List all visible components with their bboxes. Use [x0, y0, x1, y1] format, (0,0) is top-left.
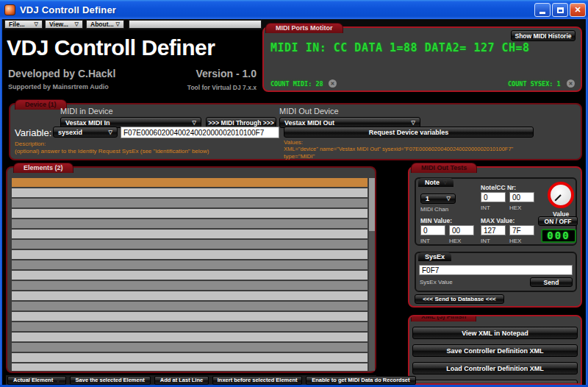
midi-lcd-readout: MIDI IN: CC DATA 1=88 DATA2= 127 CH=8 [270, 41, 530, 54]
clear-sysex-count-icon[interactable]: ✕ [567, 79, 575, 88]
minimize-icon [539, 12, 545, 14]
send-to-database-button[interactable]: <<< Send to Database <<< [415, 294, 504, 304]
list-item[interactable] [12, 333, 368, 341]
close-icon: ✕ [574, 5, 581, 15]
sysex-send-button[interactable]: Send [530, 277, 573, 287]
midi-chan-select[interactable]: 1 ▽ [420, 194, 456, 204]
list-item[interactable] [12, 260, 368, 269]
menu-file-label: File... [9, 21, 25, 28]
chevron-down-icon: ▽ [193, 120, 196, 126]
titlebar: VDJ Controll Definer ✕ [0, 0, 588, 19]
note-mode-value: Note [425, 179, 440, 186]
elements-list [12, 178, 368, 371]
chevron-down-icon: ▽ [447, 196, 451, 202]
list-item[interactable] [12, 281, 368, 290]
variable-select[interactable]: sysexid ▽ [53, 127, 118, 138]
elements-tab: Elements (2) [13, 163, 74, 173]
maximize-icon [557, 7, 564, 13]
sysex-box-tab: SysEx [418, 252, 451, 261]
window-title: VDJ Controll Definer [20, 4, 116, 15]
list-item[interactable] [12, 250, 368, 259]
midi-out-device-label: MIDI Out Device [279, 107, 339, 116]
save-selected-element-button[interactable]: Save the selected Element [70, 376, 151, 385]
max-int-input[interactable] [481, 225, 506, 235]
elements-scrollbar[interactable] [369, 178, 375, 371]
min-hex-input[interactable] [449, 225, 474, 235]
actual-element-label: Actual Element [13, 377, 53, 383]
developer-credit: Developed by C.Hackl [8, 68, 115, 79]
list-item[interactable] [12, 302, 368, 310]
scrollbar-thumb[interactable] [369, 178, 375, 231]
variable-value: sysexid [58, 129, 82, 136]
midi-chan-label: MIDI Chan [420, 206, 448, 213]
list-item[interactable] [12, 343, 368, 352]
load-xml-button[interactable]: Load Controller Definition XML [412, 362, 578, 374]
version-label: Version - 1.0 [196, 68, 257, 79]
max-value-label: MAX Value: [481, 217, 514, 224]
note-test-box: Note ▽ 1 ▽ MIDI Chan Note/CC Nr: INT HEX… [415, 177, 577, 246]
actual-element-select[interactable]: Actual Element ▽ [7, 376, 66, 385]
insert-before-element-button[interactable]: Inxert before selected Element [212, 376, 302, 385]
list-item[interactable] [12, 209, 368, 218]
note-mode-select[interactable]: Note ▽ [418, 178, 453, 187]
request-device-variables-button[interactable]: Request Device variables [284, 127, 534, 138]
list-item[interactable] [12, 219, 368, 228]
list-item[interactable] [12, 322, 368, 331]
sysex-value-input[interactable] [419, 265, 573, 275]
xml-panel: XML (3) Finish View XML in Notepad Save … [408, 315, 582, 385]
sysexid-input[interactable] [121, 127, 279, 138]
min-int-input[interactable] [420, 225, 445, 235]
minimize-button[interactable] [534, 3, 551, 17]
list-item[interactable] [12, 312, 368, 321]
page-title: VDJ Controll Definer [7, 35, 215, 60]
close-button[interactable]: ✕ [570, 3, 586, 17]
note-int-label: INT [481, 205, 490, 211]
list-item[interactable] [12, 199, 368, 207]
list-item[interactable] [12, 230, 368, 238]
sysex-value-label: SysEx Value [420, 279, 453, 285]
midi-monitor-tab: MIDI Ports Motitor [265, 23, 343, 33]
min-int-label: INT [420, 238, 430, 244]
show-midi-history-button[interactable]: Show MIDI Historie [511, 30, 576, 41]
list-item[interactable] [12, 291, 368, 300]
chevron-down-icon: ▽ [35, 21, 38, 27]
max-hex-label: HEX [509, 238, 521, 244]
menu-file[interactable]: File... ▽ [4, 20, 43, 29]
menu-about[interactable]: About... ▽ [86, 20, 124, 29]
list-item[interactable] [12, 178, 368, 187]
note-int-input[interactable] [481, 192, 506, 202]
add-last-line-button[interactable]: Add at Last Line [154, 376, 209, 385]
chevron-down-icon: ▽ [109, 129, 112, 135]
maximize-button[interactable] [552, 3, 568, 17]
list-item[interactable] [12, 353, 368, 362]
menu-view[interactable]: View... ▽ [45, 20, 83, 29]
count-sysex-label: COUNT SYSEX: 1 [508, 80, 561, 88]
chevron-down-icon: ▽ [443, 180, 447, 185]
max-hex-input[interactable] [509, 225, 534, 235]
variable-label: Variable: [15, 127, 51, 138]
save-xml-button[interactable]: Save Controller Definition XML [412, 344, 578, 357]
midi-monitor-panel: MIDI Ports Motitor Show MIDI Historie MI… [262, 26, 582, 92]
midi-out-tests-panel: MIDI Out Tests Note ▽ 1 ▽ MIDI Chan Note… [408, 166, 582, 308]
xml-extra-button[interactable] [412, 380, 578, 385]
min-hex-label: HEX [449, 238, 461, 244]
list-item[interactable] [12, 240, 368, 249]
element-actions-bar: Actual Element ▽ Save the selected Eleme… [6, 375, 376, 385]
chevron-down-icon: ▽ [412, 120, 415, 126]
list-item[interactable] [12, 271, 368, 280]
menu-view-label: View... [49, 21, 68, 28]
note-hex-input[interactable] [509, 192, 534, 202]
min-value-label: MIN Value: [420, 217, 452, 224]
list-item[interactable] [12, 188, 368, 197]
list-item[interactable] [12, 363, 368, 371]
device-tab: Device (1) [15, 99, 67, 110]
on-off-button[interactable]: ON / OFF [538, 216, 578, 226]
enable-midi-recordset-button[interactable]: Enable to get MIDI Data do Recordset [306, 376, 415, 385]
elements-panel: Elements (2) [6, 166, 376, 373]
view-xml-button[interactable]: View XML in Notepad [412, 327, 578, 339]
branding-block: VDJ Controll Definer Developed by C.Hack… [4, 31, 261, 99]
window-border-left [0, 19, 2, 387]
app-icon [4, 4, 15, 15]
value-knob[interactable] [548, 182, 574, 208]
clear-midi-count-icon[interactable]: ✕ [329, 79, 337, 88]
